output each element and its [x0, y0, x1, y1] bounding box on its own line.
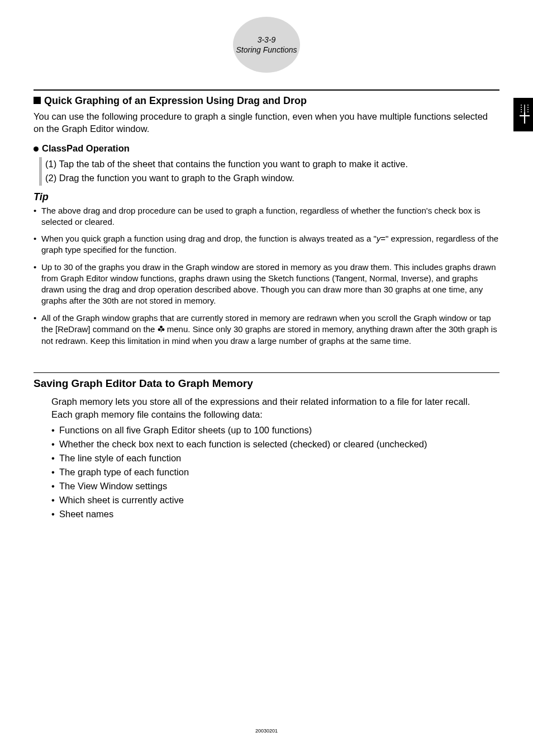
- operation-heading: ClassPad Operation: [34, 143, 499, 154]
- svg-rect-8: [161, 329, 161, 332]
- heading-text: Quick Graphing of an Expression Using Dr…: [44, 95, 307, 106]
- intro-paragraph: You can use the following procedure to g…: [34, 110, 499, 135]
- save-list: Functions on all five Graph Editor sheet…: [51, 424, 499, 521]
- section-heading: Quick Graphing of an Expression Using Dr…: [34, 95, 499, 107]
- svg-point-7: [161, 328, 164, 331]
- section2-para2: Each graph memory file contains the foll…: [51, 408, 499, 420]
- footer-code: 20030201: [0, 728, 533, 734]
- svg-point-5: [160, 325, 163, 328]
- page-ref: 3-3-9: [258, 35, 276, 45]
- section2-body: Graph memory lets you store all of the e…: [51, 395, 499, 521]
- step-1: (1) Tap the tab of the sheet that contai…: [45, 157, 499, 172]
- section2-heading: Saving Graph Editor Data to Graph Memory: [34, 377, 499, 390]
- list-item: The graph type of each function: [51, 466, 499, 479]
- side-tab-icon: [513, 98, 533, 131]
- steps-block: (1) Tap the tab of the sheet that contai…: [39, 157, 499, 186]
- divider: [34, 89, 499, 91]
- page-content: 3-3-9 Storing Functions Quick Graphing o…: [0, 0, 533, 539]
- section2-para1: Graph memory lets you store all of the e…: [51, 395, 499, 408]
- operation-heading-text: ClassPad Operation: [42, 143, 130, 153]
- square-bullet-icon: [34, 97, 41, 104]
- dot-bullet-icon: [34, 147, 39, 152]
- step-2: (2) Drag the function you want to graph …: [45, 171, 499, 186]
- list-item: Which sheet is currently active: [51, 494, 499, 507]
- clover-menu-icon: [158, 324, 165, 336]
- tip-item: When you quick graph a function using dr…: [34, 233, 499, 256]
- divider: [34, 372, 499, 373]
- list-item: Sheet names: [51, 508, 499, 521]
- tip-item: Up to 30 of the graphs you draw in the G…: [34, 262, 499, 307]
- svg-point-6: [158, 328, 160, 331]
- tip-item: The above drag and drop procedure can be…: [34, 205, 499, 228]
- tip-item: All of the Graph window graphs that are …: [34, 313, 499, 347]
- list-item: The View Window settings: [51, 480, 499, 493]
- list-item: Functions on all five Graph Editor sheet…: [51, 424, 499, 437]
- tip-list: The above drag and drop procedure can be…: [34, 205, 499, 347]
- tip-label: Tip: [34, 191, 499, 203]
- list-item: Whether the check box next to each funct…: [51, 438, 499, 451]
- list-item: The line style of each function: [51, 452, 499, 465]
- page-title: Storing Functions: [236, 45, 297, 55]
- page-badge: 3-3-9 Storing Functions: [233, 17, 300, 73]
